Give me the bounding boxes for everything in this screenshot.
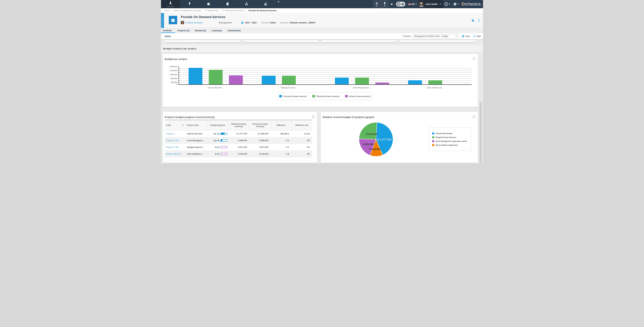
collapsed-card	[243, 40, 318, 42]
print-button[interactable]: Print	[462, 35, 470, 38]
tab-projects-4[interactable]: Projects (4)	[177, 29, 189, 32]
tab-attachments[interactable]: Attachments	[228, 29, 241, 32]
progress-value: 0 %	[215, 146, 220, 148]
barchart-icon	[264, 2, 267, 6]
project-name-cell: Asset Manageme...	[186, 139, 208, 142]
column-header-planned-in-base-currency[interactable]: Planned (in base currency)	[228, 120, 250, 130]
legend-swatch	[432, 140, 434, 142]
language-selector[interactable]: EN	[406, 0, 418, 8]
pie-slice-separator	[359, 138, 376, 140]
notifications-button[interactable]: 0	[381, 0, 389, 8]
feed-button[interactable]: 3	[373, 0, 381, 8]
legend-label: Astra Software deployment	[436, 144, 458, 146]
breadcrumb-item[interactable]: IT Offering Improvement	[222, 10, 244, 12]
portfolio-type: Management	[219, 21, 232, 24]
legend-swatch	[432, 144, 434, 146]
table-header-row: CodeProject nameBudget progressPlanned (…	[165, 120, 312, 130]
excel-export-icon[interactable]: x	[312, 115, 315, 118]
nav-item-my-space[interactable]: My space	[161, 0, 180, 8]
owner-link[interactable]: Frederik Bergman	[186, 21, 203, 24]
excel-export-icon[interactable]: x	[473, 57, 476, 60]
column-header-budget-progress[interactable]: Budget progress	[208, 120, 228, 130]
difference-pct-cell: -14.2%	[292, 132, 312, 135]
case-icon	[226, 2, 229, 6]
project-name-cell: Astra Software d...	[186, 153, 208, 155]
question-icon: ?	[444, 2, 448, 6]
edit-label: Edit	[477, 35, 481, 38]
expand-sidebar-strip[interactable]: ›	[161, 13, 164, 28]
subnav-current-page[interactable]: Home	[165, 35, 171, 38]
gear-icon	[453, 2, 457, 6]
dashboard-content: Budget Analysis per project Budget per p…	[161, 39, 483, 164]
legend-item: Planned (in base currency)	[312, 95, 339, 98]
scrollbar-thumb[interactable]	[480, 102, 482, 164]
user-menu[interactable]: John Smith	[418, 0, 443, 8]
project-code-link[interactable]: Project X923 (D...	[166, 153, 183, 155]
nav-item-organization[interactable]	[237, 0, 256, 8]
bar-group	[398, 67, 472, 84]
page-toolbar: Home Template: Management Portfolio Home…	[161, 33, 483, 39]
edit-button[interactable]: Edit	[473, 35, 481, 38]
breadcrumb-item[interactable]: Home	[164, 10, 170, 12]
nav-item-ideas[interactable]	[180, 0, 199, 8]
nav-item-projects[interactable]	[199, 0, 218, 8]
collapsed-card	[322, 40, 397, 42]
progress-bar	[220, 139, 227, 142]
project-name-cell: Merging Payroll S...	[186, 146, 208, 148]
printer-icon	[462, 35, 464, 38]
legend-item: Forecast (in base currency)	[279, 95, 307, 98]
column-header-difference[interactable]: Difference	[271, 120, 292, 130]
difference-cell: 149,286 £	[271, 132, 292, 135]
bell-icon	[384, 2, 386, 4]
breadcrumb-item[interactable]: Search management portfolios	[174, 10, 201, 12]
project-code-cell: Project X 234	[165, 139, 186, 142]
section-header: Budget Analysis per project	[161, 45, 483, 52]
category-label: Astra Software de...	[398, 87, 472, 89]
bar-forecast	[408, 80, 422, 84]
legend-item: Merging Payroll Systems	[432, 136, 471, 138]
active-tab-underline	[161, 32, 175, 33]
bar-groups	[179, 67, 472, 84]
favorites-button[interactable]: ★	[389, 0, 395, 8]
tab-load-plan[interactable]: Load plan	[212, 29, 222, 32]
project-code-link[interactable]: Project X 234	[166, 139, 179, 142]
excel-export-icon[interactable]: x	[473, 115, 476, 118]
version-label: Version:	[262, 21, 269, 24]
pie-slice-label: $ 1,477,000	[377, 138, 392, 141]
table-row: Project X 755Merging Payroll S...0 %$ 87…	[165, 144, 312, 151]
presentation-mode-pill[interactable]: ✕	[396, 2, 405, 6]
tab-review-4[interactable]: Review (4)	[195, 29, 206, 32]
legend-swatch	[345, 95, 348, 98]
chevron-down-icon	[449, 4, 450, 4]
presentation-mode-toggle[interactable]: ✕	[395, 0, 406, 8]
column-header-difference[interactable]: Difference (%)	[292, 120, 312, 130]
orgchart-icon	[245, 2, 248, 6]
nav-item-label: My space	[167, 6, 174, 7]
column-header-forecast-in-base-currency[interactable]: Forecast (in base currency)	[250, 120, 271, 130]
help-menu[interactable]: ?	[443, 0, 452, 8]
breadcrumb-item: Provide On Demand Services	[248, 10, 276, 12]
breadcrumb-item[interactable]: IT Master Plan	[205, 10, 218, 12]
column-header-code[interactable]: Code	[165, 120, 186, 130]
close-icon[interactable]: ✕	[402, 3, 404, 6]
main-nav-items: My space	[161, 0, 275, 8]
column-header-project-name[interactable]: Project name	[186, 120, 208, 130]
scenario-label: Scenario:	[280, 21, 290, 24]
tab-portfolio[interactable]: Portfolio	[163, 29, 172, 32]
bar-group	[325, 67, 398, 84]
nav-more-chevron-icon[interactable]: v	[278, 0, 280, 3]
template-select[interactable]: Management Portfolio Home - Budget	[413, 34, 458, 38]
project-code-cell: Project X 755	[165, 146, 186, 148]
nav-item-portfolios[interactable]	[218, 0, 237, 8]
y-axis-label: 200,000	[164, 81, 177, 83]
project-code-link[interactable]: Project X 755	[166, 146, 179, 148]
bar-chart-title: Budget per project	[165, 58, 187, 60]
breadcrumb-separator: >	[246, 10, 247, 12]
period: 2017 - 2021	[245, 21, 257, 24]
project-code-link[interactable]: Project X	[166, 132, 175, 135]
pie-chart-icon[interactable]	[472, 19, 475, 22]
nav-item-reports[interactable]	[256, 0, 275, 8]
sort-ascending-icon	[182, 124, 184, 126]
settings-menu[interactable]	[452, 0, 460, 8]
kebab-menu-icon[interactable]	[478, 18, 479, 22]
